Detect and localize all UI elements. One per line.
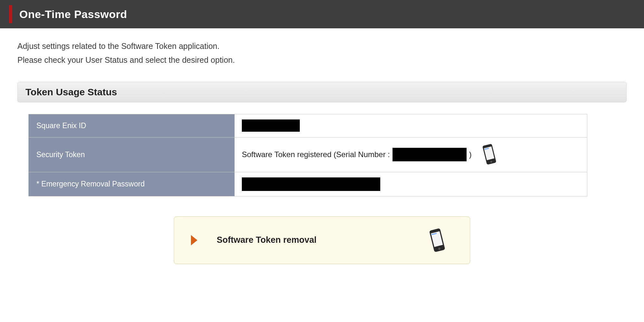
table-row: Square Enix ID: [29, 114, 587, 137]
status-table: Square Enix ID Security Token Software T…: [28, 114, 587, 196]
token-usage-status-panel: Token Usage Status: [17, 82, 627, 102]
intro-text-line-1: Adjust settings related to the Software …: [17, 40, 627, 52]
redacted-serial: [393, 148, 467, 161]
intro-text-line-2: Please check your User Status and select…: [17, 54, 627, 66]
token-phone-icon: [428, 228, 444, 250]
page-header: One-Time Password: [0, 0, 644, 28]
redacted-erp: [242, 177, 380, 191]
token-phone-icon: [481, 143, 497, 166]
redacted-id: [242, 119, 300, 132]
action-button-label: Software Token removal: [217, 235, 317, 245]
token-usage-status-title: Token Usage Status: [25, 87, 619, 98]
emergency-removal-password-label: * Emergency Removal Password: [29, 172, 235, 196]
emergency-removal-password-value: [235, 172, 587, 196]
security-token-value: Software Token registered (Serial Number…: [235, 137, 587, 172]
square-enix-id-label: Square Enix ID: [29, 114, 235, 137]
page-title: One-Time Password: [19, 8, 127, 21]
square-enix-id-value: [235, 114, 587, 137]
table-row: * Emergency Removal Password: [29, 172, 587, 196]
security-token-text-prefix: Software Token registered (Serial Number…: [242, 150, 390, 159]
software-token-removal-button[interactable]: Software Token removal: [174, 216, 470, 264]
security-token-text-suffix: ): [469, 150, 472, 159]
header-accent-bar: [9, 5, 12, 23]
table-row: Security Token Software Token registered…: [29, 137, 587, 172]
security-token-label: Security Token: [29, 137, 235, 172]
arrow-right-icon: [191, 235, 197, 245]
